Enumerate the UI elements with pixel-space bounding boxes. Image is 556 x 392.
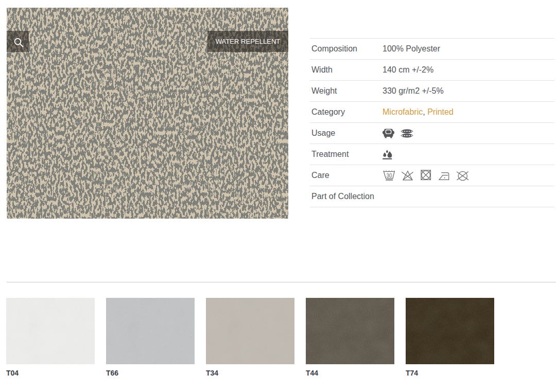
svg-text:30: 30 xyxy=(386,173,392,179)
